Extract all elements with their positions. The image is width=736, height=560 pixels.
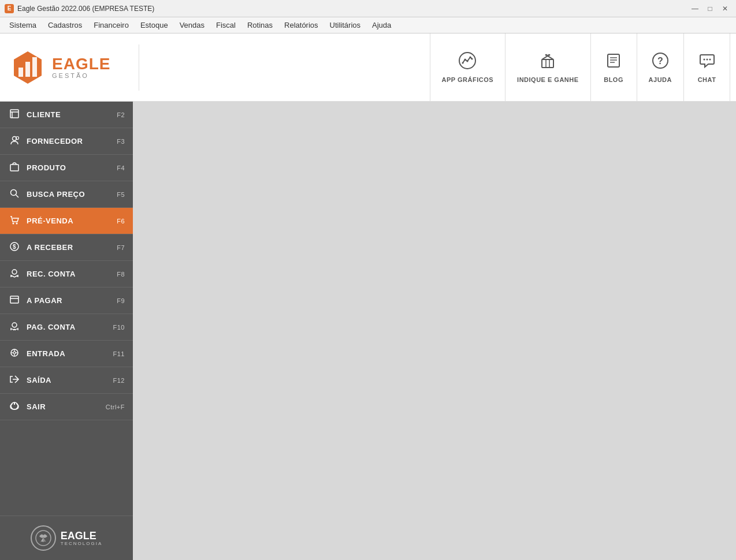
rec-conta-icon xyxy=(8,268,21,280)
sidebar-item-busca-preco[interactable]: BUSCA PREÇOF5 xyxy=(0,181,133,208)
sidebar-shortcut-busca-preco: F5 xyxy=(117,191,125,198)
svg-rect-26 xyxy=(10,165,18,171)
nav-label-indique-ganhe: INDIQUE E GANHE xyxy=(517,76,579,83)
sidebar-label-a-pagar: A PAGAR xyxy=(27,296,117,305)
nav-label-app-graficos: APP GRÁFICOS xyxy=(442,76,494,83)
sidebar-item-pre-venda[interactable]: PRÉ-VENDAF6 xyxy=(0,208,133,234)
sidebar-label-cliente: CLIENTE xyxy=(27,110,117,119)
busca-preco-icon xyxy=(8,188,21,200)
menu-item-cadastros[interactable]: Cadastros xyxy=(42,19,88,31)
window-controls: — □ ✕ xyxy=(689,2,731,15)
eagle-tech-logo: EAGLE TECNOLOGIA xyxy=(31,525,102,551)
titlebar: E Eagle Gestão 2022.006 (EMPRESA TESTE) … xyxy=(0,0,736,17)
maximize-button[interactable]: □ xyxy=(704,2,716,15)
svg-point-18 xyxy=(703,59,705,61)
nav-item-ajuda[interactable]: ?AJUDA xyxy=(637,33,684,101)
blog-icon xyxy=(604,51,623,74)
menu-item-vendas[interactable]: Vendas xyxy=(174,19,210,31)
sidebar-item-sair[interactable]: SAIRCtrl+F xyxy=(0,394,133,420)
sidebar-item-a-pagar[interactable]: A PAGARF9 xyxy=(0,288,133,314)
sidebar-item-saida[interactable]: SAÍDAF12 xyxy=(0,367,133,394)
minimize-button[interactable]: — xyxy=(689,2,701,15)
menu-item-financeiro[interactable]: Financeiro xyxy=(88,19,135,31)
menu-item-sistema[interactable]: Sistema xyxy=(3,19,42,31)
nav-item-app-graficos[interactable]: APP GRÁFICOS xyxy=(430,33,506,101)
svg-point-19 xyxy=(706,59,708,61)
nav-label-chat: CHAT xyxy=(698,76,716,83)
sidebar-label-fornecedor: FORNECEDOR xyxy=(27,137,117,145)
svg-rect-34 xyxy=(10,296,18,303)
sidebar-shortcut-cliente: F2 xyxy=(117,111,125,118)
svg-point-27 xyxy=(11,190,17,196)
header-divider xyxy=(139,44,139,91)
eagle-tech-name: EAGLE xyxy=(61,531,102,541)
ajuda-icon: ? xyxy=(651,51,670,74)
sidebar-item-rec-conta[interactable]: REC. CONTAF8 xyxy=(0,261,133,288)
svg-point-29 xyxy=(13,223,14,225)
logo: EAGLE GESTÃO xyxy=(9,49,110,86)
menu-item-fiscal[interactable]: Fiscal xyxy=(210,19,241,31)
sidebar-label-pag-conta: PAG. CONTA xyxy=(27,323,113,331)
title-text: Eagle Gestão 2022.006 (EMPRESA TESTE) xyxy=(17,5,689,13)
nav-item-indique-ganhe[interactable]: INDIQUE E GANHE xyxy=(505,33,591,101)
eagle-tech-icon xyxy=(31,525,56,551)
svg-rect-12 xyxy=(608,54,619,67)
sidebar-label-pre-venda: PRÉ-VENDA xyxy=(27,216,117,225)
a-receber-icon: $ xyxy=(8,241,21,253)
produto-icon xyxy=(8,162,21,174)
svg-point-20 xyxy=(709,59,711,61)
sidebar-item-cliente[interactable]: CLIENTEF2 xyxy=(0,102,133,128)
svg-point-7 xyxy=(467,61,469,62)
svg-point-36 xyxy=(12,323,17,327)
sidebar-item-pag-conta[interactable]: PAG. CONTAF10 xyxy=(0,314,133,341)
logo-name: EAGLE xyxy=(52,56,110,72)
menu-item-rotinas[interactable]: Rotinas xyxy=(241,19,278,31)
eagle-tech-text: EAGLE TECNOLOGIA xyxy=(61,531,102,546)
app-icon: E xyxy=(5,4,14,13)
svg-point-6 xyxy=(464,59,466,61)
pag-conta-icon xyxy=(8,321,21,333)
sidebar-label-busca-preco: BUSCA PREÇO xyxy=(27,190,117,199)
eagle-tech-sub: TECNOLOGIA xyxy=(61,541,102,546)
sidebar-item-a-receber[interactable]: $A RECEBERF7 xyxy=(0,234,133,261)
sidebar-shortcut-produto: F4 xyxy=(117,165,125,171)
sidebar-shortcut-saida: F12 xyxy=(113,377,125,384)
svg-point-33 xyxy=(12,270,17,274)
nav-item-blog[interactable]: BLOG xyxy=(591,33,637,101)
sidebar-menu: CLIENTEF2FORNECEDORF3PRODUTOF4BUSCA PREÇ… xyxy=(0,102,133,516)
pre-venda-icon xyxy=(8,215,21,227)
sidebar-item-fornecedor[interactable]: FORNECEDORF3 xyxy=(0,128,133,155)
cliente-icon xyxy=(8,109,21,121)
svg-point-38 xyxy=(13,352,16,354)
app-graficos-icon xyxy=(458,51,477,74)
nav-item-chat[interactable]: CHAT xyxy=(684,33,730,101)
svg-rect-2 xyxy=(25,62,30,77)
sidebar-shortcut-sair: Ctrl+F xyxy=(106,404,125,410)
svg-point-30 xyxy=(16,223,18,225)
svg-point-9 xyxy=(471,58,473,60)
header-nav: APP GRÁFICOSINDIQUE E GANHEBLOG?AJUDACHA… xyxy=(145,33,736,101)
menu-item-utilitários[interactable]: Utilitários xyxy=(324,19,366,31)
sair-icon xyxy=(8,401,21,413)
svg-point-5 xyxy=(462,62,464,64)
menu-item-relatórios[interactable]: Relatórios xyxy=(278,19,324,31)
sidebar-shortcut-fornecedor: F3 xyxy=(117,138,125,145)
saida-icon xyxy=(8,374,21,386)
sidebar-footer: EAGLE TECNOLOGIA xyxy=(0,516,133,560)
sidebar-label-entrada: ENTRADA xyxy=(27,349,113,358)
svg-text:$: $ xyxy=(13,244,16,250)
a-pagar-icon xyxy=(8,294,21,307)
sidebar-shortcut-pag-conta: F10 xyxy=(113,324,125,331)
sidebar-shortcut-pre-venda: F6 xyxy=(117,218,125,225)
close-button[interactable]: ✕ xyxy=(719,2,731,15)
main-container: EAGLE GESTÃO APP GRÁFICOSINDIQUE E GANHE… xyxy=(0,33,736,560)
menu-item-estoque[interactable]: Estoque xyxy=(135,19,174,31)
menu-item-ajuda[interactable]: Ajuda xyxy=(366,19,397,31)
sidebar-shortcut-a-receber: F7 xyxy=(117,244,125,251)
sidebar-item-produto[interactable]: PRODUTOF4 xyxy=(0,155,133,181)
sidebar-item-entrada[interactable]: ENTRADAF11 xyxy=(0,341,133,367)
svg-point-8 xyxy=(470,57,471,58)
body-area: CLIENTEF2FORNECEDORF3PRODUTOF4BUSCA PREÇ… xyxy=(0,102,736,560)
sidebar-label-rec-conta: REC. CONTA xyxy=(27,270,117,278)
sidebar-label-saida: SAÍDA xyxy=(27,376,113,384)
